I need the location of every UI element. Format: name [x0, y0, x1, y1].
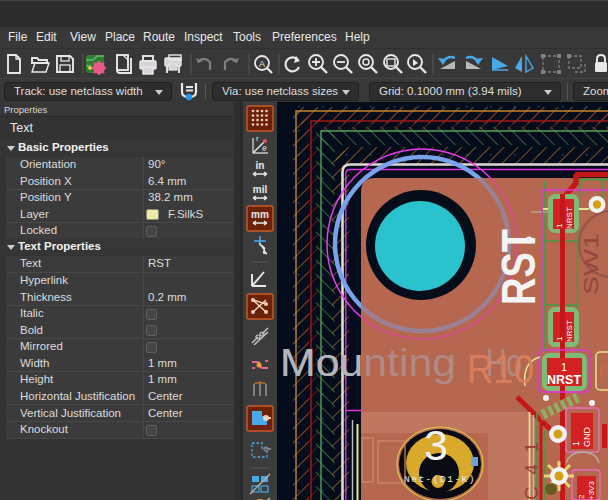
svg-text:3: 3	[424, 421, 448, 469]
svg-text:2: 2	[577, 494, 586, 499]
svg-text:1: 1	[571, 441, 581, 446]
svg-text:SW1: SW1	[580, 233, 602, 295]
svg-text:mil: mil	[253, 184, 268, 195]
svg-text:GND: GND	[582, 427, 592, 448]
svg-text:+3V3: +3V3	[587, 481, 596, 500]
svg-text:1: 1	[561, 361, 567, 373]
svg-text:1: 1	[555, 336, 564, 341]
svg-text:R1: R1	[598, 360, 608, 385]
svg-text:C41: C41	[521, 442, 542, 500]
svg-text:R10: R10	[467, 347, 534, 391]
svg-text:r: r	[256, 134, 259, 143]
svg-text:1: 1	[555, 223, 564, 228]
svg-text:NRST: NRST	[547, 373, 581, 387]
svg-text:NRST: NRST	[565, 320, 574, 342]
svg-text:θ: θ	[262, 144, 267, 153]
svg-text:A: A	[259, 59, 265, 69]
svg-text:Net-(D1-K): Net-(D1-K)	[404, 474, 476, 485]
svg-text:mm: mm	[251, 209, 269, 220]
svg-text:RST: RST	[492, 229, 545, 305]
svg-text:NRST: NRST	[565, 207, 574, 229]
svg-text:in: in	[256, 160, 265, 171]
